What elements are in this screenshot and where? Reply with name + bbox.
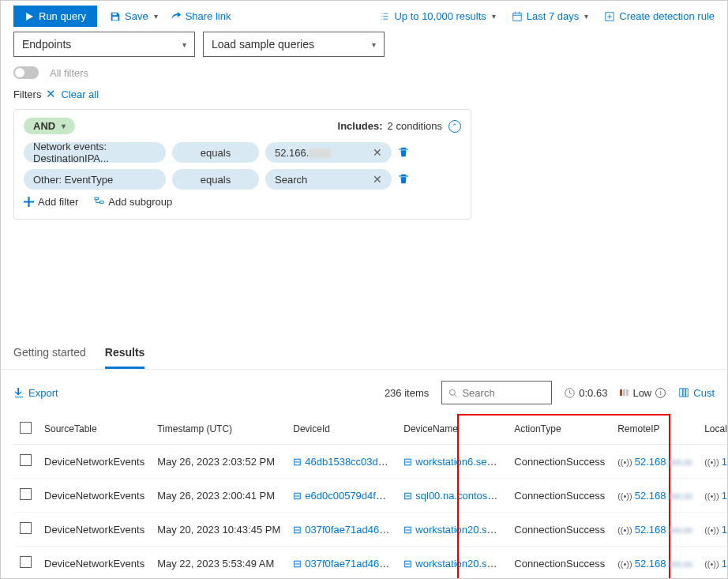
deviceid-link[interactable]: 037f0fae71ad4661e3... [305, 558, 397, 570]
deviceid-link[interactable]: 46db1538cc03d01ed... [305, 456, 397, 468]
condition-field[interactable]: Network events: DestinationIPA... [24, 142, 166, 163]
search-input[interactable] [462, 387, 545, 399]
table-row[interactable]: DeviceNetworkEventsMay 22, 2023 5:53:49 … [13, 547, 727, 580]
create-detection-button[interactable]: Create detection rule [604, 10, 715, 22]
devicename-link[interactable]: workstation6.seccxp... [415, 456, 508, 468]
localip-link[interactable]: 10.1.5.1 [722, 490, 727, 502]
chevron-down-icon: ▾ [584, 12, 588, 21]
all-filters-label: All filters [50, 67, 88, 79]
add-filter-button[interactable]: Add filter [24, 196, 78, 208]
row-checkbox[interactable] [20, 522, 32, 534]
export-button[interactable]: Export [13, 387, 58, 399]
query-timing: 0:0.63 [565, 387, 607, 399]
deviceid-link[interactable]: e6d0c00579d4f51ee1... [305, 490, 397, 502]
device-icon: ⊟ [403, 524, 412, 536]
cell-remoteip: ((•))52.168.xxx.xx [611, 479, 698, 513]
all-filters-toggle[interactable] [13, 66, 39, 79]
network-icon: ((•)) [704, 491, 719, 501]
device-icon: ⊟ [403, 456, 412, 468]
condition-operator[interactable]: equals [172, 169, 259, 190]
clear-all-link[interactable]: Clear all [61, 88, 99, 100]
network-icon: ((•)) [617, 525, 632, 535]
delete-condition-icon[interactable] [398, 173, 409, 186]
remoteip-link[interactable]: 52.168 [635, 558, 666, 570]
share-link-button[interactable]: Share link [171, 10, 231, 22]
column-header-devicename[interactable]: DeviceName [397, 414, 508, 445]
condition-value[interactable]: Search ✕ [265, 169, 392, 190]
remoteip-link[interactable]: 52.168 [635, 490, 666, 502]
network-icon: ((•)) [617, 457, 632, 467]
cell-actiontype: ConnectionSuccess [508, 479, 611, 513]
delete-condition-icon[interactable] [398, 146, 409, 160]
cell-localip: ((•))192.168 [698, 513, 727, 547]
info-icon[interactable]: i [655, 388, 666, 398]
results-limit-dropdown[interactable]: Up to 10,000 results ▾ [379, 10, 495, 22]
network-icon: ((•)) [704, 457, 719, 467]
row-checkbox[interactable] [20, 556, 32, 568]
and-label: AND [33, 120, 55, 132]
tab-results[interactable]: Results [105, 338, 145, 369]
column-header-sourcetable[interactable]: SourceTable [38, 414, 151, 445]
chevron-down-icon: ▾ [62, 122, 66, 130]
customize-columns-button[interactable]: Cust [678, 387, 715, 399]
column-header-remoteip[interactable]: RemoteIP [611, 414, 698, 445]
filters-heading: Filters [13, 88, 41, 100]
cell-devicename: ⊟workstation6.seccxp... [397, 445, 508, 479]
sample-queries-dropdown[interactable]: Load sample queries ▾ [203, 32, 385, 57]
save-label: Save [125, 10, 148, 22]
cell-deviceid: ⊟e6d0c00579d4f51ee1... [287, 479, 397, 513]
tab-getting-started[interactable]: Getting started [13, 338, 86, 369]
cell-timestamp: May 20, 2023 10:43:45 PM [151, 513, 287, 547]
signal-bars-icon [620, 389, 629, 396]
run-query-button[interactable]: Run query [13, 6, 97, 27]
cell-remoteip: ((•))52.168.xxx.xx [611, 445, 698, 479]
table-row[interactable]: DeviceNetworkEventsMay 26, 2023 2:03:52 … [13, 445, 727, 479]
localip-link[interactable]: 192.168 [722, 524, 727, 536]
search-input-wrapper[interactable] [441, 381, 552, 404]
subgroup-icon [94, 197, 104, 207]
devicename-link[interactable]: workstation20.seccxp... [415, 524, 508, 536]
save-button[interactable]: Save ▾ [110, 10, 158, 22]
condition-operator[interactable]: equals [172, 142, 259, 163]
condition-value[interactable]: 52.166. ✕ [265, 142, 392, 163]
localip-link[interactable]: 192.168 [722, 558, 727, 570]
clear-value-icon[interactable]: ✕ [373, 173, 382, 186]
column-header-timestamp[interactable]: Timestamp (UTC) [151, 414, 287, 445]
row-checkbox[interactable] [20, 454, 32, 466]
export-label: Export [28, 387, 58, 399]
share-label: Share link [186, 10, 231, 22]
collapse-icon[interactable]: ⌃ [448, 120, 461, 133]
svg-point-0 [450, 389, 456, 395]
clear-value-icon[interactable]: ✕ [373, 146, 382, 159]
endpoints-dropdown[interactable]: Endpoints ▾ [13, 32, 195, 57]
table-row[interactable]: DeviceNetworkEventsMay 20, 2023 10:43:45… [13, 513, 727, 547]
create-detection-label: Create detection rule [619, 10, 715, 22]
devicename-link[interactable]: sql00.na.contosohote... [415, 490, 508, 502]
column-header-localip[interactable]: LocalIP [698, 414, 727, 445]
chevron-down-icon: ▾ [182, 40, 186, 49]
cell-devicename: ⊟workstation20.seccxp... [397, 547, 508, 580]
time-range-dropdown[interactable]: Last 7 days ▾ [512, 10, 589, 22]
cell-deviceid: ⊟46db1538cc03d01ed... [287, 445, 397, 479]
detection-icon [604, 11, 615, 22]
plus-icon [24, 197, 34, 207]
remoteip-link[interactable]: 52.168 [635, 456, 666, 468]
calendar-icon [512, 11, 523, 22]
cell-devicename: ⊟sql00.na.contosohote... [397, 479, 508, 513]
table-row[interactable]: DeviceNetworkEventsMay 26, 2023 2:00:41 … [13, 479, 727, 513]
condition-field[interactable]: Other: EventType [24, 169, 166, 190]
deviceid-link[interactable]: 037f0fae71ad4661e3... [305, 524, 397, 536]
localip-link[interactable]: 192.168 [722, 456, 727, 468]
select-all-checkbox[interactable] [20, 422, 32, 434]
devicename-link[interactable]: workstation20.seccxp... [415, 558, 508, 570]
row-checkbox[interactable] [20, 488, 32, 500]
remoteip-link[interactable]: 52.168 [635, 524, 666, 536]
and-operator-pill[interactable]: AND ▾ [24, 118, 75, 134]
cell-remoteip: ((•))52.168.xxx.xx [611, 513, 698, 547]
column-header-deviceid[interactable]: DeviceId [287, 414, 397, 445]
device-icon: ⊟ [293, 490, 302, 502]
add-subgroup-button[interactable]: Add subgroup [94, 196, 172, 208]
column-header-actiontype[interactable]: ActionType [508, 414, 611, 445]
time-range-label: Last 7 days [527, 10, 580, 22]
cell-actiontype: ConnectionSuccess [508, 445, 611, 479]
